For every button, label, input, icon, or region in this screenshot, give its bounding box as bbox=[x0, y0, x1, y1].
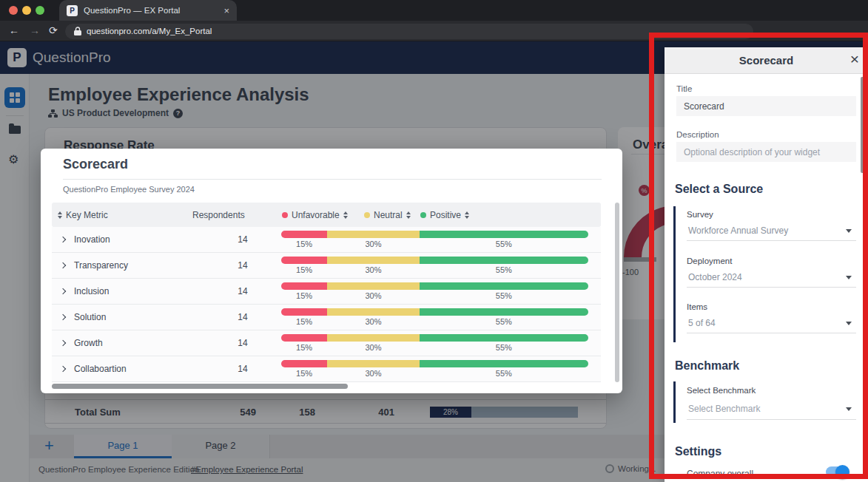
metric-name: Growth bbox=[74, 338, 103, 348]
select-underline bbox=[687, 287, 856, 288]
metric-table-header: Key Metric Respondents Unfavorable Neutr… bbox=[52, 203, 601, 227]
metric-respondents: 14 bbox=[229, 286, 256, 296]
company-overall-toggle[interactable] bbox=[826, 466, 848, 478]
benchmark-select[interactable]: Select Benchmark bbox=[688, 404, 844, 414]
legend-positive[interactable]: Positive bbox=[420, 203, 469, 227]
bar-unfavorable bbox=[281, 308, 327, 316]
bar-unfavorable bbox=[281, 231, 327, 238]
deployment-select[interactable]: October 2024 bbox=[688, 272, 844, 282]
title-input[interactable] bbox=[676, 96, 856, 116]
modal-divider bbox=[63, 179, 602, 180]
bar-positive bbox=[420, 308, 588, 316]
window-maximize-button[interactable] bbox=[36, 6, 44, 15]
chevron-down-icon[interactable] bbox=[846, 229, 852, 233]
sort-icon[interactable] bbox=[465, 211, 469, 219]
panel-title: Scorecard bbox=[665, 54, 868, 67]
benchmark-heading: Benchmark bbox=[675, 359, 739, 373]
metric-respondents: 14 bbox=[229, 260, 256, 271]
stacked-bar bbox=[281, 257, 588, 264]
sort-icon[interactable] bbox=[406, 211, 411, 219]
panel-scrollbar[interactable] bbox=[861, 77, 864, 173]
select-underline bbox=[687, 419, 856, 420]
url-text: questionpro.com/a/My_Ex_Portal bbox=[87, 27, 212, 35]
chevron-right-icon[interactable] bbox=[60, 314, 66, 320]
table-row[interactable]: Growth 14 15% 30% 55% bbox=[52, 330, 601, 356]
tab-title: QuestionPro — EX Portal bbox=[84, 6, 223, 15]
bar-neutral bbox=[327, 360, 420, 367]
select-underline bbox=[687, 333, 856, 333]
browser-tab-bar: P QuestionPro — EX Portal × bbox=[0, 0, 868, 21]
unfavorable-dot-icon bbox=[282, 212, 288, 218]
bar-positive bbox=[420, 282, 588, 290]
sort-icon[interactable] bbox=[58, 211, 62, 219]
bar-neutral bbox=[327, 257, 420, 264]
window-close-button[interactable] bbox=[9, 6, 18, 15]
tab-close-icon[interactable]: × bbox=[223, 5, 229, 16]
key-metric-header[interactable]: Key Metric bbox=[58, 203, 108, 227]
modal-vertical-scrollbar[interactable] bbox=[615, 203, 619, 382]
stacked-bar bbox=[281, 231, 588, 238]
legend-neutral[interactable]: Neutral bbox=[364, 203, 411, 227]
browser-tab[interactable]: P QuestionPro — EX Portal × bbox=[59, 0, 237, 21]
stacked-bar bbox=[281, 308, 588, 316]
benchmark-label: Select Benchmark bbox=[687, 386, 756, 395]
chevron-right-icon[interactable] bbox=[60, 366, 66, 372]
metric-name: Solution bbox=[74, 312, 106, 322]
chevron-right-icon[interactable] bbox=[60, 288, 66, 294]
metric-name: Inovation bbox=[74, 234, 110, 245]
source-group-bar bbox=[673, 206, 676, 342]
address-bar[interactable]: questionpro.com/a/My_Ex_Portal bbox=[65, 24, 753, 39]
deployment-label: Deployment bbox=[687, 257, 732, 265]
scorecard-modal: Scorecard QuestionPro Employee Survey 20… bbox=[41, 149, 622, 393]
bar-labels: 15% 30% 55% bbox=[281, 369, 588, 378]
bar-neutral bbox=[327, 282, 420, 290]
bar-neutral bbox=[327, 308, 420, 316]
bar-labels: 15% 30% 55% bbox=[281, 343, 588, 352]
browser-url-bar: ← → ⟳ questionpro.com/a/My_Ex_Portal bbox=[0, 21, 868, 41]
bar-positive bbox=[420, 360, 588, 367]
bar-positive bbox=[420, 257, 588, 264]
survey-select[interactable]: Workforce Annual Survey bbox=[688, 225, 844, 236]
back-icon[interactable]: ← bbox=[9, 24, 19, 36]
close-icon[interactable]: × bbox=[850, 50, 859, 68]
legend-unfavorable[interactable]: Unfavorable bbox=[282, 203, 348, 227]
select-underline bbox=[687, 240, 856, 241]
settings-heading: Settings bbox=[675, 445, 721, 458]
sort-icon[interactable] bbox=[343, 211, 348, 219]
window-minimize-button[interactable] bbox=[22, 6, 31, 15]
table-row[interactable]: Transparency 14 15% 30% 55% bbox=[52, 253, 601, 279]
bar-neutral bbox=[327, 334, 420, 342]
metric-respondents: 14 bbox=[229, 234, 256, 245]
select-source-heading: Select a Source bbox=[675, 183, 763, 196]
bar-positive bbox=[420, 231, 588, 238]
items-select[interactable]: 5 of 64 bbox=[688, 318, 844, 328]
chevron-right-icon[interactable] bbox=[60, 262, 66, 268]
scrollbar-thumb[interactable] bbox=[52, 384, 348, 389]
table-row[interactable]: Solution 14 15% 30% 55% bbox=[52, 305, 601, 330]
modal-horizontal-scrollbar[interactable] bbox=[52, 384, 601, 390]
description-input[interactable] bbox=[676, 142, 856, 162]
forward-icon[interactable]: → bbox=[30, 24, 40, 36]
chevron-right-icon[interactable] bbox=[60, 340, 66, 346]
stacked-bar bbox=[281, 360, 588, 367]
metric-name: Collaboartion bbox=[74, 364, 127, 374]
stacked-bar bbox=[281, 334, 588, 342]
metric-respondents: 14 bbox=[229, 312, 256, 322]
bar-unfavorable bbox=[281, 257, 327, 264]
neutral-dot-icon bbox=[364, 212, 370, 218]
chevron-right-icon[interactable] bbox=[60, 237, 66, 242]
chevron-down-icon[interactable] bbox=[846, 322, 852, 325]
chevron-down-icon[interactable] bbox=[846, 407, 852, 411]
table-row[interactable]: Inovation 14 15% 30% 55% bbox=[52, 227, 601, 253]
metric-respondents: 14 bbox=[229, 364, 256, 374]
respondents-header: Respondents bbox=[192, 203, 245, 227]
chevron-down-icon[interactable] bbox=[846, 276, 852, 279]
bar-neutral bbox=[327, 231, 420, 238]
bar-labels: 15% 30% 55% bbox=[281, 265, 588, 274]
modal-title: Scorecard bbox=[63, 157, 128, 172]
table-row[interactable]: Collaboartion 14 15% 30% 55% bbox=[52, 356, 601, 382]
table-row[interactable]: Inclusion 14 15% 30% 55% bbox=[52, 279, 601, 305]
reload-icon[interactable]: ⟳ bbox=[49, 24, 58, 36]
survey-label: Survey bbox=[687, 210, 713, 219]
panel-header: Scorecard × bbox=[665, 47, 868, 74]
